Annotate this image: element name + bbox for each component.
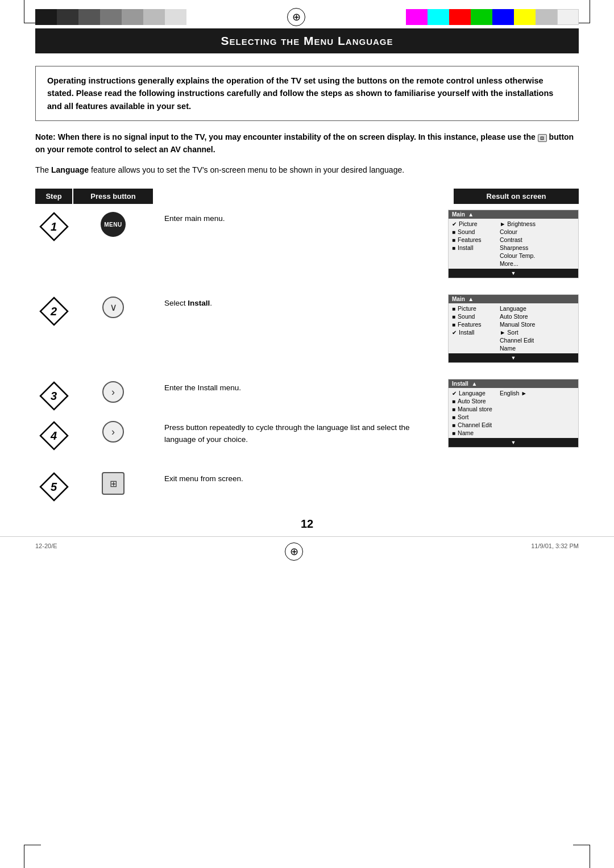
- page-number: 12: [35, 518, 579, 531]
- right-color-bars: [406, 9, 579, 25]
- arrow-down-button: ∨: [102, 297, 124, 318]
- result-col-header: Result on screen: [454, 189, 579, 204]
- menu-button-label: MENU: [104, 222, 122, 228]
- menu-nav-down-1: ▼: [449, 269, 578, 278]
- step-diamond-3: 3: [39, 381, 69, 411]
- menu-row-3-4: ■Sort: [452, 413, 575, 421]
- corner-mark-bl: [24, 845, 24, 868]
- note-text: When there is no signal input to the TV,…: [35, 132, 574, 154]
- color-bar-yellow: [514, 9, 536, 25]
- step-3-description: Enter the Install menu.: [164, 383, 241, 392]
- label-2-4: Install: [459, 329, 474, 336]
- center-crosshair: ⊕: [287, 8, 305, 26]
- footer-right: 11/9/01, 3:32 PM: [531, 542, 579, 561]
- menu-row-3-5: ■Channel Edit: [452, 421, 575, 429]
- arrow-1-1: ►: [500, 220, 505, 227]
- footer-crosshair-icon: ⊕: [285, 542, 303, 561]
- step-number-4: 4: [35, 419, 72, 450]
- value-3-1: English: [500, 390, 519, 397]
- color-bar-gray1: [78, 9, 100, 25]
- feature-text-rest: feature allows you to set the TV's on-sc…: [89, 165, 404, 174]
- color-bar-darkgray: [57, 9, 78, 25]
- menu-row-1-3: ■Features Contrast: [452, 236, 575, 244]
- crosshair-icon: ⊕: [287, 8, 305, 26]
- label-3-4: Sort: [458, 414, 468, 420]
- steps-header: Step Press button Result on screen: [35, 189, 579, 204]
- step-diamond-5: 5: [39, 472, 69, 502]
- color-bar-silver: [536, 9, 557, 25]
- step-button-2: ∨: [73, 294, 153, 318]
- value-2-5: Channel Edit: [500, 337, 534, 344]
- step-5-description: Exit menu from screen.: [164, 474, 243, 483]
- step-col-header: Step: [35, 189, 72, 204]
- arrow-3-1: ►: [521, 390, 526, 397]
- label-2-2: Sound: [458, 313, 475, 320]
- steps-section: Step Press button Result on screen 1: [35, 189, 579, 502]
- step-desc-4: Press button repeatedly to cycle through…: [153, 419, 448, 445]
- bullet-2-3: ■: [452, 322, 455, 328]
- menu-nav-down-2: ▼: [449, 353, 578, 362]
- corner-mark-br: [590, 845, 590, 868]
- label-1-1: Picture: [459, 220, 478, 227]
- tv-button-icon: ⊞: [110, 478, 117, 489]
- menu-row-3-6: ■Name: [452, 429, 575, 437]
- menu-screenshot-2: Main ▲ ■Picture Language ■Sound Auto Sto…: [448, 294, 579, 363]
- color-bar-green: [471, 9, 492, 25]
- tv-button: ⊞: [102, 472, 125, 495]
- step-number-2: 2: [35, 294, 72, 326]
- color-bar-section: ⊕: [0, 0, 614, 28]
- menu-button: MENU: [101, 212, 126, 237]
- color-bar-lightgray: [165, 9, 186, 25]
- menu-titlebar-1: Main ▲: [449, 210, 578, 219]
- page-wrapper: ⊕ Selecting the Menu Language Operating …: [0, 0, 614, 868]
- h-corner-mark-bl: [24, 845, 41, 845]
- value-1-2: Colour: [500, 228, 517, 235]
- step-diamond-1: 1: [39, 212, 69, 241]
- arrow-right-icon-3: ›: [111, 386, 115, 398]
- step-button-4: ›: [73, 419, 153, 443]
- step-diamond-2: 2: [39, 297, 69, 326]
- color-bar-gray2: [100, 9, 122, 25]
- step-number-3: 3: [35, 379, 72, 411]
- step-row-2: 2 ∨ Select Install. Main ▲: [35, 294, 579, 363]
- label-3-5: Channel Edit: [458, 422, 492, 428]
- menu-row-2-5: Channel Edit: [452, 336, 575, 344]
- value-2-1: Language: [500, 305, 526, 312]
- step-number-text-1: 1: [51, 220, 57, 233]
- menu-body-3-4: ✔Language English ► ■Auto Store ■Manual …: [449, 388, 578, 438]
- label-3-2: Auto Store: [458, 398, 486, 404]
- check-2-4: ✔: [452, 329, 457, 336]
- step-number-1: 1: [35, 210, 72, 241]
- step-row-5: 5 ⊞ Exit menu from screen.: [35, 470, 579, 502]
- main-content: Selecting the Menu Language Operating in…: [0, 28, 614, 531]
- step-row-1: 1 MENU Enter main menu. Main ▲: [35, 210, 579, 278]
- bullet-3-2: ■: [452, 398, 455, 404]
- value-2-3: Manual Store: [500, 321, 535, 328]
- color-bar-magenta: [406, 9, 428, 25]
- value-1-1: Brightness: [507, 220, 536, 227]
- label-3-6: Name: [458, 429, 474, 436]
- page-title: Selecting the Menu Language: [35, 28, 579, 53]
- step-diamond-4: 4: [39, 421, 69, 450]
- arrow-2-4: ►: [500, 329, 505, 336]
- step-desc-5: Exit menu from screen.: [153, 470, 448, 485]
- step-row-4: 4 › Press button repeatedly to cycle thr…: [35, 419, 448, 450]
- step-desc-3: Enter the Install menu.: [153, 379, 448, 394]
- steps-3-4-wrapper: 3 › Enter the Install menu.: [35, 379, 579, 458]
- note-label: Note:: [35, 132, 56, 141]
- bullet-3-4: ■: [452, 414, 455, 420]
- menu-titlebar-3-4: Install ▲: [449, 379, 578, 388]
- step-row-3: 3 › Enter the Install menu.: [35, 379, 448, 411]
- menu-body-1: ✔Picture ► Brightness ■Sound Colour ■Fea…: [449, 219, 578, 269]
- check-1-1: ✔: [452, 221, 457, 227]
- color-bar-cyan: [428, 9, 449, 25]
- arrow-right-icon-4: ›: [111, 426, 115, 438]
- menu-row-3-3: ■Manual store: [452, 405, 575, 413]
- step-number-text-3: 3: [51, 390, 57, 403]
- intro-box: Operating instructions generally explain…: [35, 66, 579, 121]
- step-number-text-4: 4: [51, 429, 57, 443]
- bullet-1-2: ■: [452, 229, 455, 235]
- menu-screenshot-1: Main ▲ ✔Picture ► Brightness ■Sound Colo…: [448, 210, 579, 278]
- step-number-5: 5: [35, 470, 72, 502]
- value-1-3: Contrast: [500, 236, 522, 243]
